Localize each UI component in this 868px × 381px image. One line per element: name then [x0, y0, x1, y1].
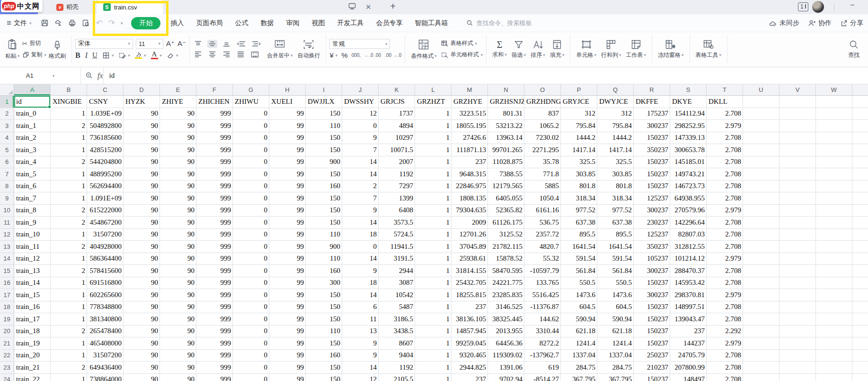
export-icon[interactable] [54, 19, 62, 27]
cell-W20[interactable] [816, 326, 852, 338]
cell-G14[interactable]: 0 [233, 253, 269, 265]
cell-E24[interactable]: 90 [160, 374, 196, 381]
cell-N10[interactable]: 52365.82 [488, 205, 524, 217]
cell-C21[interactable]: 465408000 [87, 337, 124, 350]
cell-W12[interactable] [816, 229, 852, 241]
cell-A21[interactable]: train_19 [14, 337, 51, 350]
cell-K9[interactable]: 1399 [379, 192, 415, 205]
cell-E19[interactable]: 90 [160, 313, 196, 326]
cell-F1[interactable]: ZHICHEN [196, 96, 233, 108]
font-color-button[interactable]: A▾ [151, 51, 162, 59]
cell-N17[interactable]: 23285.835 [488, 289, 524, 301]
find-button[interactable]: 查找 [841, 38, 866, 60]
cell-F21[interactable]: 999 [196, 337, 233, 350]
cell-C8[interactable]: 562694400 [87, 181, 124, 193]
column-letter-L[interactable]: L [415, 84, 452, 96]
cell-L22[interactable]: 1 [415, 350, 452, 362]
cast-screen-icon[interactable] [348, 2, 356, 10]
cell-V21[interactable] [779, 337, 816, 350]
cell-G11[interactable]: 0 [233, 217, 269, 229]
cell-V4[interactable] [779, 132, 816, 145]
cell-G15[interactable]: 0 [233, 265, 269, 277]
cell-D2[interactable]: 90 [124, 108, 160, 120]
cell-L13[interactable]: 1 [415, 241, 452, 253]
cell-X12[interactable] [852, 229, 868, 241]
cell-B20[interactable]: 2 [51, 326, 87, 338]
command-search[interactable]: 查找命令、搜索模板 [466, 19, 531, 27]
cell-J19[interactable]: 11 [342, 313, 379, 326]
cell-G5[interactable]: 0 [233, 144, 269, 156]
cell-C16[interactable]: 691516800 [87, 277, 124, 290]
cell-V18[interactable] [779, 301, 816, 314]
cell-N14[interactable]: 15878.52 [488, 253, 524, 265]
cell-B18[interactable]: 1 [51, 301, 87, 314]
cell-V3[interactable] [779, 120, 816, 132]
cell-M6[interactable]: 237 [452, 156, 488, 169]
cell-P23[interactable]: 284.75 [561, 362, 597, 374]
cell-K8[interactable]: 7297 [379, 181, 415, 193]
cell-J1[interactable]: DWSSHY [342, 96, 379, 108]
cell-A18[interactable]: train_16 [14, 301, 51, 314]
column-letter-P[interactable]: P [561, 84, 597, 96]
cell-J9[interactable]: 7 [342, 192, 379, 205]
cell-S3[interactable]: 298252.95 [670, 120, 707, 132]
cell-G23[interactable]: 0 [233, 362, 269, 374]
cell-P1[interactable]: GRYJCE [561, 96, 597, 108]
zoom-formula-icon[interactable] [85, 72, 93, 80]
cell-N21[interactable]: 64456.36 [488, 337, 524, 350]
cell-A4[interactable]: train_2 [14, 132, 51, 145]
cell-W24[interactable] [816, 374, 852, 381]
column-letter-R[interactable]: R [634, 84, 670, 96]
cell-J13[interactable]: 0 [342, 241, 379, 253]
cell-W23[interactable] [816, 362, 852, 374]
redo-icon[interactable]: ↷ [108, 18, 115, 28]
cell-O2[interactable]: 837 [524, 108, 561, 120]
cell-D15[interactable]: 90 [124, 265, 160, 277]
cell-F2[interactable]: 999 [196, 108, 233, 120]
cell-V24[interactable] [779, 374, 816, 381]
cell-B1[interactable]: XINGBIE [51, 96, 87, 108]
cell-T21[interactable]: 2.979 [707, 337, 743, 350]
cell-S19[interactable]: 139043.47 [670, 313, 707, 326]
cell-E6[interactable]: 90 [160, 156, 196, 169]
cell-C12[interactable]: 31507200 [87, 229, 124, 241]
cell-M14[interactable]: 25938.61 [452, 253, 488, 265]
cell-F4[interactable]: 999 [196, 132, 233, 145]
cell-L18[interactable]: 1 [415, 301, 452, 314]
cell-H8[interactable]: 99 [269, 181, 306, 193]
tab-formulas[interactable]: 公式 [235, 19, 248, 27]
cell-K6[interactable]: 2007 [379, 156, 415, 169]
cell-R12[interactable]: 125237 [634, 229, 670, 241]
avatar[interactable] [812, 1, 824, 13]
sum-button[interactable]: Σ 求和▾ [490, 39, 509, 60]
cell-N20[interactable]: 2013.955 [488, 326, 524, 338]
cell-Q19[interactable]: 590.94 [597, 313, 634, 326]
cell-W1[interactable] [816, 96, 852, 108]
eraser-button[interactable]: ▾ [167, 52, 178, 59]
column-letter-U[interactable]: U [743, 84, 779, 96]
cell-V10[interactable] [779, 205, 816, 217]
collaborate-button[interactable]: 协作 [808, 19, 832, 27]
cell-H14[interactable]: 99 [269, 253, 306, 265]
column-letter-W[interactable]: W [816, 84, 852, 96]
cell-O23[interactable]: 619 [524, 362, 561, 374]
cell-H22[interactable]: 99 [269, 350, 306, 362]
cell-V6[interactable] [779, 156, 816, 169]
cell-E5[interactable]: 90 [160, 144, 196, 156]
cell-A12[interactable]: train_10 [14, 229, 51, 241]
cell-N23[interactable]: 1391.06 [488, 362, 524, 374]
cell-F22[interactable]: 999 [196, 350, 233, 362]
cell-U21[interactable] [743, 337, 779, 350]
cell-I21[interactable]: 150 [306, 337, 342, 350]
cell-U12[interactable] [743, 229, 779, 241]
cell-I3[interactable]: 110 [306, 120, 342, 132]
cut-button[interactable]: ✂剪切 [22, 39, 47, 47]
row-number-21[interactable]: 21 [0, 337, 14, 350]
cell-T7[interactable]: 2.708 [707, 168, 743, 181]
cell-T16[interactable]: 2.708 [707, 277, 743, 290]
font-size-select[interactable]: 11▾ [136, 39, 163, 49]
cell-R6[interactable]: 150237 [634, 156, 670, 169]
cell-R22[interactable]: 250237 [634, 350, 670, 362]
cell-I9[interactable]: 150 [306, 192, 342, 205]
cell-G3[interactable]: 0 [233, 120, 269, 132]
